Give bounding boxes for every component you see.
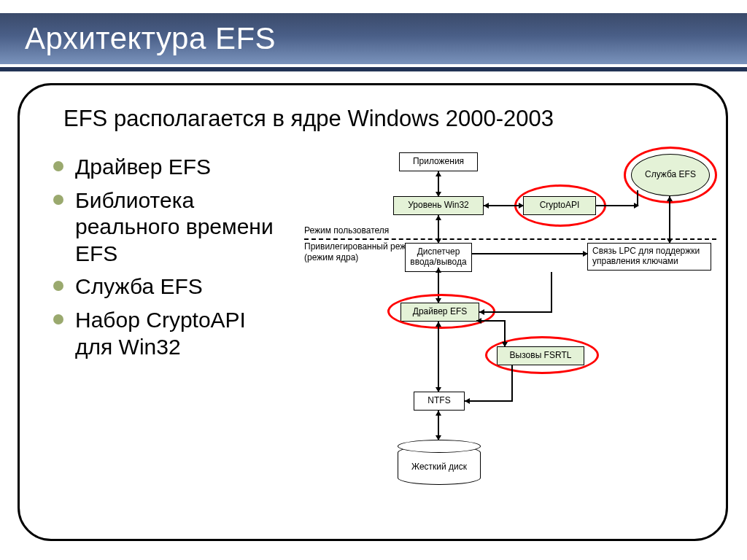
connector bbox=[596, 205, 638, 206]
arrowhead bbox=[667, 196, 673, 201]
arrowhead bbox=[436, 322, 441, 327]
arrowhead bbox=[436, 268, 441, 273]
box-applications: Приложения bbox=[399, 152, 478, 171]
arrowhead bbox=[667, 238, 673, 244]
connector bbox=[438, 322, 439, 392]
label-kernel-mode-1: Привилегированный режим bbox=[304, 241, 417, 252]
arrowhead bbox=[465, 398, 470, 404]
box-fsrtl: Вызовы FSRTL bbox=[497, 346, 584, 365]
arrowhead bbox=[583, 251, 588, 257]
architecture-diagram: Приложения Уровень Win32 CryptoAPI Служб… bbox=[304, 149, 720, 521]
box-ntfs: NTFS bbox=[414, 392, 465, 411]
title-rule bbox=[0, 67, 747, 71]
arrowhead bbox=[479, 309, 484, 315]
connector bbox=[465, 400, 513, 402]
connector bbox=[479, 311, 552, 313]
connector bbox=[669, 196, 670, 243]
content-card: EFS располагается в ядре Windows 2000-20… bbox=[18, 83, 728, 541]
list-item: Библиотека реального времени EFS bbox=[47, 187, 288, 268]
list-item: Драйвер EFS bbox=[47, 154, 288, 181]
arrowhead bbox=[519, 203, 524, 209]
arrowhead bbox=[436, 171, 441, 176]
arrowhead bbox=[634, 203, 639, 209]
box-win32: Уровень Win32 bbox=[393, 196, 484, 215]
label-disk: Жесткий диск bbox=[398, 462, 481, 472]
mode-separator bbox=[304, 238, 716, 240]
arrowhead bbox=[476, 318, 481, 324]
connector bbox=[438, 268, 439, 303]
arrowhead bbox=[436, 411, 441, 416]
label-user-mode: Режим пользователя bbox=[304, 225, 389, 236]
slide-title: Архитектура EFS bbox=[25, 21, 276, 56]
slide-subtitle: EFS располагается в ядре Windows 2000-20… bbox=[63, 106, 691, 132]
arrowhead bbox=[436, 215, 441, 220]
arrowhead bbox=[484, 203, 489, 209]
slide-title-band: Архитектура EFS bbox=[0, 13, 747, 64]
arrowhead bbox=[502, 342, 508, 347]
connector bbox=[551, 272, 552, 313]
connector bbox=[484, 205, 523, 206]
box-lpc: Связь LPC для поддержки управления ключа… bbox=[587, 243, 711, 271]
connector bbox=[511, 365, 513, 402]
box-cryptoapi: CryptoAPI bbox=[523, 196, 596, 215]
list-item: Служба EFS bbox=[47, 273, 288, 300]
bullet-list: Драйвер EFS Библиотека реального времени… bbox=[47, 154, 288, 367]
list-item: Набор CryptoAPI для Win32 bbox=[47, 307, 288, 360]
box-efs-driver: Драйвер EFS bbox=[400, 303, 479, 322]
label-kernel-mode-2: (режим ядра) bbox=[304, 252, 358, 262]
box-efs-service: Служба EFS bbox=[631, 154, 710, 196]
connector bbox=[472, 253, 587, 254]
disk-cylinder: Жесткий диск bbox=[398, 440, 481, 485]
